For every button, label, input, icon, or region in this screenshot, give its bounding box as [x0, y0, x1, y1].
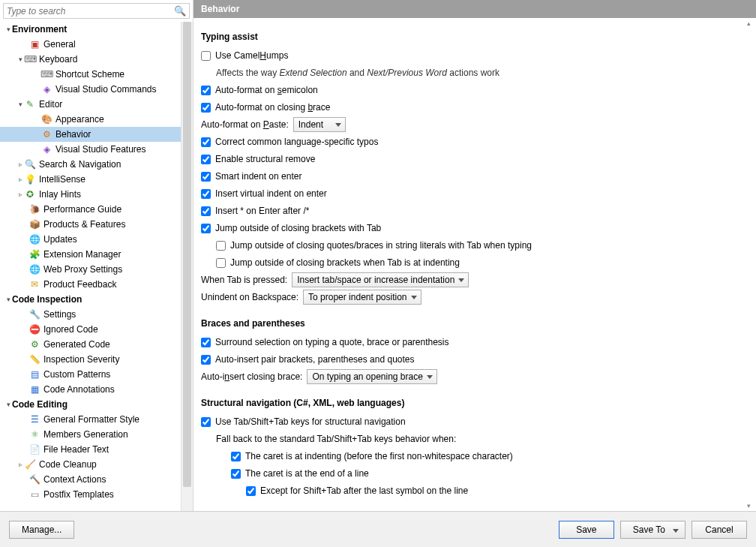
chk-struct-remove[interactable] [201, 155, 211, 164]
tree-item-updates[interactable]: 🌐Updates [0, 232, 193, 247]
opt-except-shift[interactable]: Except for Shift+Tab after the last symb… [201, 483, 742, 498]
opt-auto-pair[interactable]: Auto-insert pair brackets, parentheses a… [201, 352, 742, 367]
magnifier-icon: 🔍 [24, 158, 36, 170]
opt-insert-star[interactable]: Insert * on Enter after /* [201, 203, 742, 218]
opt-caret-eol[interactable]: The caret is at the end of a line [201, 466, 742, 481]
scroll-down-icon[interactable]: ▾ [747, 502, 751, 509]
chk-af-brace[interactable] [201, 103, 211, 113]
opt-use-tab-struct[interactable]: Use Tab/Shift+Tab keys for structural na… [201, 414, 742, 429]
chk-jump-tab[interactable] [201, 224, 211, 233]
settings-tree[interactable]: ▾Environment ▣General ▾⌨Keyboard ⌨Shortc… [0, 22, 193, 511]
tree-item-insp-settings[interactable]: 🔧Settings [0, 307, 193, 322]
opt-af-paste: Auto-format on Paste:Indent [201, 117, 742, 132]
search-box[interactable]: 🔍 [3, 3, 190, 19]
chk-insert-star[interactable] [201, 206, 211, 216]
section-typing-assist: Typing assist [201, 32, 742, 42]
tree-cat-inspection[interactable]: ▾Code Inspection [0, 292, 193, 307]
chk-virtual-indent[interactable] [201, 189, 211, 199]
opt-correct-typos[interactable]: Correct common language-specific typos [201, 134, 742, 149]
content-panel: Behavior Typing assist Use CamelHumps Af… [194, 0, 756, 511]
tree-item-perf-guide[interactable]: 🐌Performance Guide [0, 202, 193, 217]
ruler-icon: 📏 [28, 353, 40, 365]
stop-icon: ⛔ [28, 323, 40, 335]
chk-except-shift[interactable] [246, 486, 256, 496]
chk-smart-indent[interactable] [201, 172, 211, 182]
refresh-icon: 🌐 [28, 233, 40, 245]
search-icon: 🔍 [174, 5, 186, 17]
tree-item-members-gen[interactable]: ⚛Members Generation [0, 427, 193, 442]
tree-item-vs-commands[interactable]: ◈Visual Studio Commands [0, 82, 193, 97]
chk-af-semicolon[interactable] [201, 86, 211, 95]
save-button[interactable]: Save [559, 521, 614, 539]
content-scrollbar[interactable]: ▴ ▾ [744, 18, 756, 511]
section-braces: Braces and parentheses [201, 318, 742, 329]
save-to-button[interactable]: Save To [620, 521, 686, 539]
tree-item-shortcut-scheme[interactable]: ⌨Shortcut Scheme [0, 67, 193, 82]
tree-cat-editing[interactable]: ▾Code Editing [0, 397, 193, 412]
chk-correct-typos[interactable] [201, 137, 211, 147]
chk-caret-eol[interactable] [231, 469, 241, 479]
opt-virtual-indent[interactable]: Insert virtual indent on enter [201, 186, 742, 201]
pencil-icon: ✎ [24, 98, 36, 110]
manage-button[interactable]: Manage... [9, 521, 74, 539]
tree-item-postfix-templates[interactable]: ▭Postfix Templates [0, 487, 193, 502]
opt-jump-tab[interactable]: Jump outside of closing brackets with Ta… [201, 221, 742, 236]
tree-item-web-proxy[interactable]: 🌐Web Proxy Settings [0, 262, 193, 277]
chk-jump-quotes[interactable] [216, 241, 226, 251]
opt-af-brace[interactable]: Auto-format on closing brace [201, 100, 742, 115]
tree-item-inlay-hints[interactable]: ▹✪Inlay Hints [0, 187, 193, 202]
tree-item-appearance[interactable]: 🎨Appearance [0, 112, 193, 127]
scroll-up-icon[interactable]: ▴ [747, 20, 751, 27]
tree-item-products-features[interactable]: 📦Products & Features [0, 217, 193, 232]
tree-scrollbar[interactable] [181, 22, 193, 511]
tree-item-behavior[interactable]: ⚙Behavior [0, 127, 193, 142]
resharper-icon: ▣ [28, 38, 40, 50]
tree-item-context-actions[interactable]: 🔨Context Actions [0, 472, 193, 487]
opt-jump-quotes[interactable]: Jump outside of closing quotes/braces in… [201, 238, 742, 253]
tree-item-editor[interactable]: ▾✎Editor [0, 97, 193, 112]
chk-caret-indent[interactable] [231, 452, 241, 461]
tree-item-code-cleanup[interactable]: ▹🧹Code Cleanup [0, 457, 193, 472]
settings-scroll-area[interactable]: Typing assist Use CamelHumps Affects the… [194, 18, 756, 511]
tree-item-intellisense[interactable]: ▹💡IntelliSense [0, 172, 193, 187]
chk-surround[interactable] [201, 338, 211, 347]
opt-surround[interactable]: Surround selection on typing a quote, br… [201, 335, 742, 350]
chk-camelhumps[interactable] [201, 51, 211, 61]
opt-smart-indent[interactable]: Smart indent on enter [201, 169, 742, 184]
vs-icon: ◈ [40, 83, 52, 95]
tree-item-product-feedback[interactable]: ✉Product Feedback [0, 277, 193, 292]
tree-item-insp-severity[interactable]: 📏Inspection Severity [0, 352, 193, 367]
tree-item-ext-manager[interactable]: 🧩Extension Manager [0, 247, 193, 262]
hammer-icon: 🔨 [28, 473, 40, 485]
tree-item-ignored-code[interactable]: ⛔Ignored Code [0, 322, 193, 337]
combo-af-paste[interactable]: Indent [293, 117, 346, 132]
tree-item-keyboard[interactable]: ▾⌨Keyboard [0, 52, 193, 67]
combo-unindent[interactable]: To proper indent position [303, 290, 421, 305]
tree-item-file-header[interactable]: 📄File Header Text [0, 442, 193, 457]
puzzle-icon: 🧩 [28, 248, 40, 260]
opt-caret-indent[interactable]: The caret is at indenting (before the fi… [201, 449, 742, 464]
search-input[interactable] [7, 6, 174, 17]
tree-item-custom-patterns[interactable]: ▤Custom Patterns [0, 367, 193, 382]
combo-tab-pressed[interactable]: Insert tab/space or increase indentation [292, 272, 469, 287]
tree-item-search-nav[interactable]: ▹🔍Search & Navigation [0, 157, 193, 172]
chk-use-tab-struct[interactable] [201, 417, 211, 427]
chk-jump-indent[interactable] [216, 258, 226, 268]
combo-auto-close[interactable]: On typing an opening brace [307, 369, 436, 384]
tree-item-gen-formatter[interactable]: ☰General Formatter Style [0, 412, 193, 427]
tree-cat-environment[interactable]: ▾Environment [0, 22, 193, 37]
template-icon: ▭ [28, 488, 40, 500]
opt-jump-indent[interactable]: Jump outside of closing brackets when Ta… [201, 255, 742, 270]
gear-icon: ⚙ [40, 128, 52, 140]
opt-af-semicolon[interactable]: Auto-format on semicolon [201, 83, 742, 98]
chk-auto-pair[interactable] [201, 355, 211, 365]
tree-item-vs-features[interactable]: ◈Visual Studio Features [0, 142, 193, 157]
bulb-icon: 💡 [24, 173, 36, 185]
cancel-button[interactable]: Cancel [692, 521, 747, 539]
snail-icon: 🐌 [28, 203, 40, 215]
opt-struct-remove[interactable]: Enable structural remove [201, 152, 742, 167]
tree-item-generated-code[interactable]: ⚙Generated Code [0, 337, 193, 352]
opt-use-camelhumps[interactable]: Use CamelHumps [201, 48, 742, 63]
tree-item-general[interactable]: ▣General [0, 37, 193, 52]
tree-item-code-annotations[interactable]: ▦Code Annotations [0, 382, 193, 397]
